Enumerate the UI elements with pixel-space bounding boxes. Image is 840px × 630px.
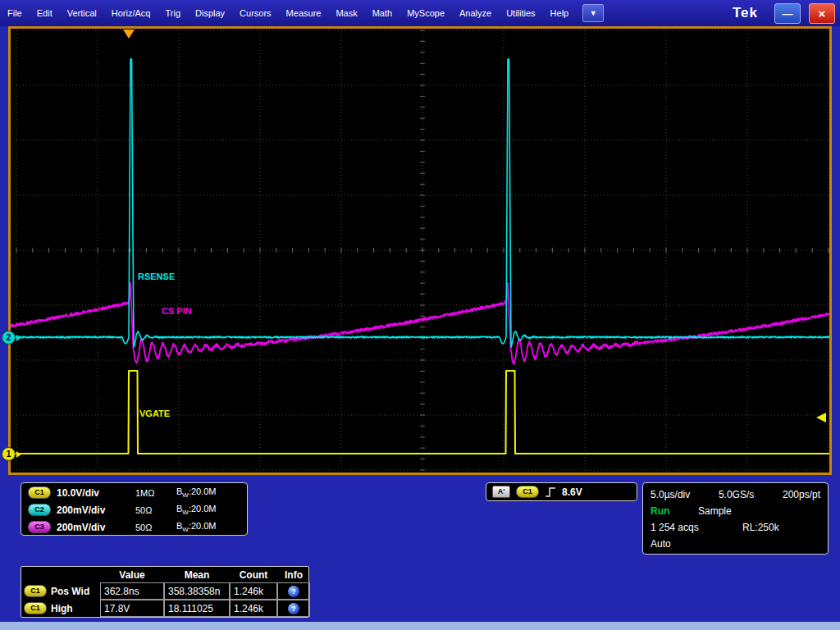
trace-ch2-rsense [11, 59, 829, 347]
taskbar-strip [0, 622, 840, 630]
waveform-screen: RSENSE CS PIN VGATE [8, 26, 832, 475]
acq-mode: Sample [698, 505, 732, 517]
ch3-badge[interactable]: C3 [28, 521, 51, 533]
meas1-value: 362.8ns [100, 582, 164, 600]
menu-myscope[interactable]: MyScope [399, 0, 452, 26]
menu-math[interactable]: Math [365, 0, 399, 26]
record-length: RL:250k [742, 522, 779, 533]
menu-utilities[interactable]: Utilities [499, 0, 542, 26]
waveform-display: RSENSE CS PIN VGATE [11, 29, 829, 472]
trigger-mode-row: Auto [651, 536, 820, 552]
timebase: 5.0µs/div [651, 489, 690, 500]
menu-display[interactable]: Display [188, 0, 232, 26]
close-button[interactable]: × [809, 3, 835, 24]
ch2-badge[interactable]: C2 [28, 504, 51, 516]
menu-edit[interactable]: Edit [30, 0, 60, 26]
ch2-bandwidth: BW:20.0M [176, 504, 217, 516]
meas1-name: Pos Wid [49, 582, 100, 600]
bw-sub: W [182, 509, 189, 516]
header-count: Count [230, 567, 277, 582]
measurement-table: Value Mean Count Info C1 Pos Wid 362.8ns… [21, 566, 309, 618]
rising-edge-icon [545, 486, 556, 498]
menu-trig[interactable]: Trig [158, 0, 188, 26]
trigger-source-badge: C1 [516, 486, 539, 498]
menu-file[interactable]: File [0, 0, 30, 26]
ch2-scale: 200mV/div [57, 504, 135, 516]
meas1-mean: 358.38358n [164, 582, 230, 600]
trace-label-cs-pin: CS PIN [162, 306, 192, 316]
trigger-level: 8.6V [562, 486, 582, 498]
channel-readouts: C1 10.0V/div 1MΩ BW:20.0M C2 200mV/div 5… [21, 482, 248, 536]
info-icon[interactable]: ? [288, 586, 299, 597]
menu-cursors[interactable]: Cursors [232, 0, 279, 26]
header-value: Value [100, 567, 164, 582]
horizontal-readout-row: 5.0µs/div 5.0GS/s 200ps/pt [651, 486, 820, 503]
ch1-scale: 10.0V/div [57, 487, 135, 499]
measurement-row-high: C1 High 17.8V 18.111025 1.246k ? [21, 600, 308, 617]
menu-measure[interactable]: Measure [279, 0, 329, 26]
meas2-value: 17.8V [100, 600, 164, 617]
meas2-name: High [49, 600, 100, 617]
trace-ch1-vgate [11, 371, 829, 454]
measurement-row-pos-wid: C1 Pos Wid 362.8ns 358.38358n 1.246k ? [21, 582, 308, 600]
ch2-position-arrow-icon [16, 335, 25, 341]
ch1-position-arrow-icon [16, 451, 25, 458]
trigger-level-marker[interactable] [816, 413, 826, 422]
trigger-position-marker[interactable] [123, 30, 135, 39]
header-mean: Mean [164, 567, 230, 582]
ch2-readout-row: C2 200mV/div 50Ω BW:20.0M [21, 501, 247, 518]
meas2-count: 1.246k [230, 600, 277, 617]
tek-logo: Tek [733, 5, 758, 21]
ch1-bandwidth: BW:20.0M [176, 486, 217, 499]
acquisition-readout[interactable]: 5.0µs/div 5.0GS/s 200ps/pt Run Sample 1 … [642, 482, 829, 555]
minimize-button[interactable]: — [774, 3, 801, 24]
ch2-position-label: 2 [2, 331, 16, 345]
bw-sub: W [182, 526, 189, 533]
meas1-ch-badge[interactable]: C1 [24, 585, 47, 597]
ch1-badge[interactable]: C1 [28, 486, 51, 499]
blank-header [21, 567, 49, 582]
trace-label-rsense: RSENSE [138, 272, 175, 281]
trigger-a-badge: A' [492, 486, 510, 498]
ch3-readout-row: C3 200mV/div 50Ω BW:20.0M [21, 518, 247, 536]
ch1-readout-row: C1 10.0V/div 1MΩ BW:20.0M [21, 484, 247, 501]
run-state-row: Run Sample [651, 503, 820, 519]
meas2-ch-badge[interactable]: C1 [24, 602, 47, 614]
ch3-scale: 200mV/div [57, 522, 135, 533]
ch1-position-label: 1 [2, 447, 16, 461]
blank-header [49, 567, 100, 582]
meas2-mean: 18.111025 [164, 600, 230, 617]
bw-value: :20.0M [189, 486, 217, 496]
ch3-impedance: 50Ω [135, 523, 176, 532]
menu-help[interactable]: Help [543, 0, 577, 26]
bw-value: :20.0M [189, 521, 217, 531]
meas1-count: 1.246k [230, 582, 277, 600]
resolution: 200ps/pt [783, 489, 820, 500]
menu-analyze[interactable]: Analyze [452, 0, 499, 26]
ch1-position-marker[interactable]: 1 [2, 447, 25, 461]
trigger-readout[interactable]: A' C1 8.6V [486, 482, 637, 501]
ch2-position-marker[interactable]: 2 [2, 331, 25, 345]
menu-mask[interactable]: Mask [328, 0, 364, 26]
trigger-mode: Auto [651, 538, 671, 550]
chevron-down-icon[interactable]: ▼ [582, 4, 604, 22]
acq-count: 1 254 acqs [651, 522, 742, 533]
acq-count-row: 1 254 acqs RL:250k [651, 519, 820, 536]
run-state: Run [651, 505, 698, 517]
menu-vertical[interactable]: Vertical [60, 0, 104, 26]
info-icon[interactable]: ? [288, 603, 299, 614]
ch1-impedance: 1MΩ [135, 488, 176, 498]
menu-horiz-acq[interactable]: Horiz/Acq [104, 0, 158, 26]
header-info: Info [277, 567, 310, 582]
menu-bar: File Edit Vertical Horiz/Acq Trig Displa… [0, 0, 840, 26]
bw-sub: W [182, 491, 189, 499]
ch3-bandwidth: BW:20.0M [176, 521, 217, 533]
trace-label-vgate: VGATE [139, 409, 170, 418]
bw-value: :20.0M [189, 504, 217, 514]
sample-rate: 5.0GS/s [719, 489, 754, 500]
measurement-header-row: Value Mean Count Info [21, 567, 308, 582]
ch2-impedance: 50Ω [135, 505, 176, 515]
